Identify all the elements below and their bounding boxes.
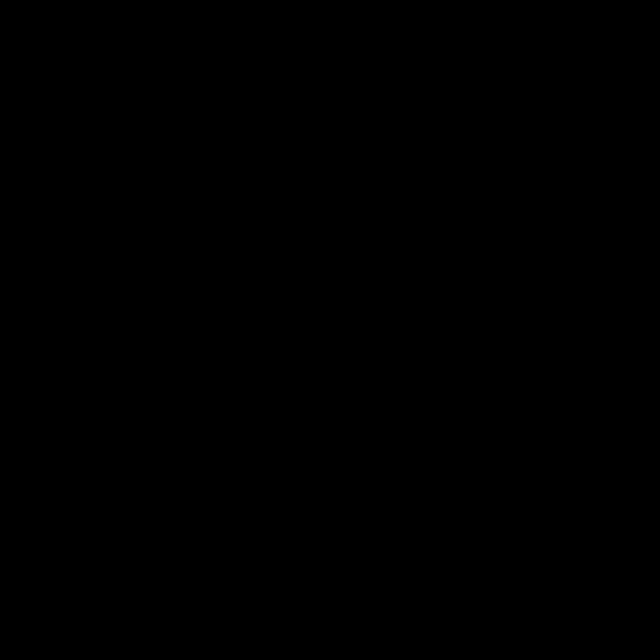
chart-frame bbox=[0, 0, 644, 644]
heatmap-plot bbox=[40, 32, 604, 612]
heatmap-canvas bbox=[40, 32, 604, 612]
crosshair-vertical bbox=[40, 32, 41, 612]
